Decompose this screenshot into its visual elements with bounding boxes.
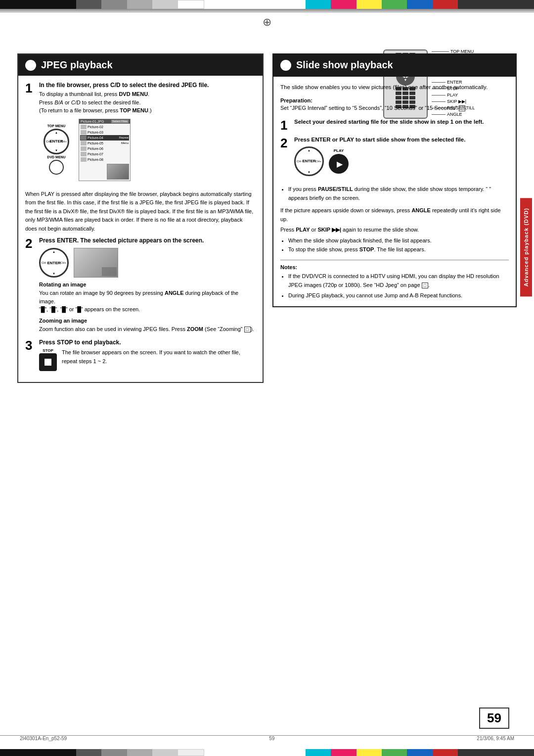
preparation-title: Preparation: <box>280 97 312 103</box>
jpeg-step1: 1 In the file browser, press C/D to sele… <box>25 82 256 185</box>
file-item-1: Picture-02 <box>80 124 129 130</box>
ch-top: ▲ <box>55 131 58 134</box>
step1-title: In the file browser, press C/D to select… <box>39 82 256 89</box>
enter-button-circle: ▲ CH- ENTER CH+ ▼ <box>44 129 69 154</box>
file-item-4: Picture-05 Menu <box>80 141 129 146</box>
ch-right: CH+ <box>61 140 67 143</box>
repeat-label: Repeat <box>119 136 129 139</box>
note-1: If the DVD/VCR is connected to a HDTV us… <box>288 272 509 289</box>
file-name-2: Picture-02 <box>88 125 103 129</box>
slideshow-section: ▶ Slide show playback The slide show ena… <box>272 53 517 383</box>
step3-number: 3 <box>25 339 35 352</box>
play-button: ▶ <box>329 154 349 174</box>
slideshow-intro: The slide show enables you to view pictu… <box>280 83 509 92</box>
step3-row: STOP The file browser appears on the scr… <box>39 348 256 371</box>
slideshow-header-icon: ▶ <box>280 60 291 71</box>
notes-section: Notes: If the DVD/VCR is connected to a … <box>280 260 509 300</box>
step3-text: The file browser appears on the screen. … <box>62 348 256 366</box>
notes-list: If the DVD/VCR is connected to a HDTV us… <box>288 272 509 300</box>
ss-step1-number: 1 <box>280 119 290 132</box>
ss-nav-left: CH- <box>297 160 302 163</box>
ss-enter-button: ▲ CH- ENTER CH+ ▼ <box>294 146 324 176</box>
file-name-3: Picture-03 <box>88 131 103 134</box>
crosshair-icon: ⊕ <box>263 16 271 29</box>
rotating-text: You can rotate an image by 90 degrees by… <box>39 289 256 314</box>
zooming-title: Zooming an image <box>39 318 256 324</box>
file-item-7: Picture-08 <box>80 157 129 162</box>
zooming-text: Zoom function also can be used in viewin… <box>39 325 256 333</box>
step1-text: To display a thumbnail list, press DVD M… <box>39 90 256 115</box>
slideshow-section-body: The slide show enables you to view pictu… <box>272 77 517 307</box>
stop-square <box>44 359 51 366</box>
slideshow-section-title: Slide show playback <box>296 59 393 71</box>
play-icon: ▶ <box>337 159 343 169</box>
file-browser-title: Picture-01.JPG <box>81 120 104 123</box>
ss-step2-content: Press ENTER or PLAY to start slide show … <box>294 137 509 180</box>
notes-title: Notes: <box>280 264 509 270</box>
header-crosshair-area: ⊕ <box>0 16 534 29</box>
ch-bottom: ▼ <box>55 149 58 152</box>
jpeg-header-icon: ▶ <box>25 60 36 71</box>
slideshow-bullets: If you press PAUSE/STILL during the slid… <box>288 185 509 202</box>
file-item-5: Picture-06 <box>80 146 129 151</box>
jpeg-step3: 3 Press STOP to end playback. STOP <box>25 339 256 371</box>
select-files-button[interactable]: Select Files <box>111 120 129 123</box>
ss-nav-right: CH+ <box>315 160 321 163</box>
file-name-8: Picture-08 <box>88 158 103 161</box>
play-label: PLAY <box>329 148 349 153</box>
jpeg-section-title: JPEG playback <box>41 59 113 71</box>
car-thumbnail-overlay <box>102 267 117 276</box>
footer-right: 21/3/06, 9:45 AM <box>477 736 514 741</box>
preparation-text: Set “JPEG Interval” setting to “5 Second… <box>280 105 467 111</box>
ch-left: CH- <box>46 140 51 143</box>
nav-up: ▲ <box>52 250 55 253</box>
step2-diagram: ▲ CH- ENTER CH+ ▼ <box>39 248 256 278</box>
bullet-2: When the slide show playback finished, t… <box>288 236 509 245</box>
slideshow-section-header: ▶ Slide show playback <box>272 53 517 77</box>
file-name-7: Picture-07 <box>88 152 103 156</box>
bottom-bar <box>0 749 534 756</box>
jpeg-section-header: ▶ JPEG playback <box>18 54 263 76</box>
jpeg-body-text: When PLAY is pressed after displaying th… <box>25 190 256 234</box>
stop-label: STOP <box>39 348 57 353</box>
stop-button <box>39 353 57 371</box>
play-button-area: PLAY ▶ <box>329 148 349 174</box>
ss-enter-label: ENTER <box>302 159 315 163</box>
ss-nav-down: ▼ <box>308 171 311 174</box>
car-image <box>74 248 118 278</box>
dvd-menu-label: DVD MENU <box>39 155 74 159</box>
vertical-label-container: Advanced playback (DVD) <box>520 198 534 296</box>
step2-content: Press ENTER. The selected picture appear… <box>39 237 256 333</box>
nav-right: CH+ <box>60 261 66 264</box>
play-diagram: ▲ CH- ENTER CH+ ▼ PLAY ▶ <box>294 146 509 176</box>
angle-text: If the picture appears upside down or si… <box>280 206 509 224</box>
ss-step2-number: 2 <box>280 137 290 149</box>
jpeg-section-body: 1 In the file browser, press C/D to sele… <box>18 76 263 382</box>
file-browser: Picture-01.JPG Select Files Picture-02 <box>79 119 131 181</box>
page-number: 59 <box>479 708 509 729</box>
step3-title: Press STOP to end playback. <box>39 339 256 346</box>
resume-text: Press PLAY or SKIP ▶▶| again to resume t… <box>280 226 509 235</box>
jpeg-step2: 2 Press ENTER. The selected picture appe… <box>25 237 256 333</box>
file-name-4: Picture-04 <box>88 136 103 140</box>
thumbnail-preview <box>107 164 129 180</box>
footer-center: 59 <box>269 736 274 741</box>
ss-step2-title: Press ENTER or PLAY to start slide show … <box>294 137 509 142</box>
step2-enter-button: ▲ CH- ENTER CH+ ▼ <box>39 248 69 278</box>
rotating-section: Rotating an image You can rotate an imag… <box>39 282 256 314</box>
jpeg-playback-section: ▶ JPEG playback 1 In the file browser, p… <box>17 53 264 383</box>
step1-number: 1 <box>25 82 35 94</box>
zooming-section: Zooming an image Zoom function also can … <box>39 318 256 333</box>
nav-left: CH- <box>42 261 47 264</box>
step2-title: Press ENTER. The selected picture appear… <box>39 237 256 244</box>
file-browser-header: Picture-01.JPG Select Files <box>79 119 130 124</box>
file-name-6: Picture-06 <box>88 147 103 150</box>
bullet-1: If you press PAUSE/STILL during the slid… <box>288 185 509 202</box>
file-list: Picture-02 Picture-03 Pict <box>79 124 130 163</box>
slideshow-bullets-2: When the slide show playback finished, t… <box>288 236 509 254</box>
decoration-bar <box>0 9 534 13</box>
menu-label: Menu <box>121 142 129 144</box>
stop-button-area: STOP <box>39 348 57 371</box>
enter-center: ENTER <box>47 261 60 265</box>
step3-content: Press STOP to end playback. STOP The fil… <box>39 339 256 371</box>
